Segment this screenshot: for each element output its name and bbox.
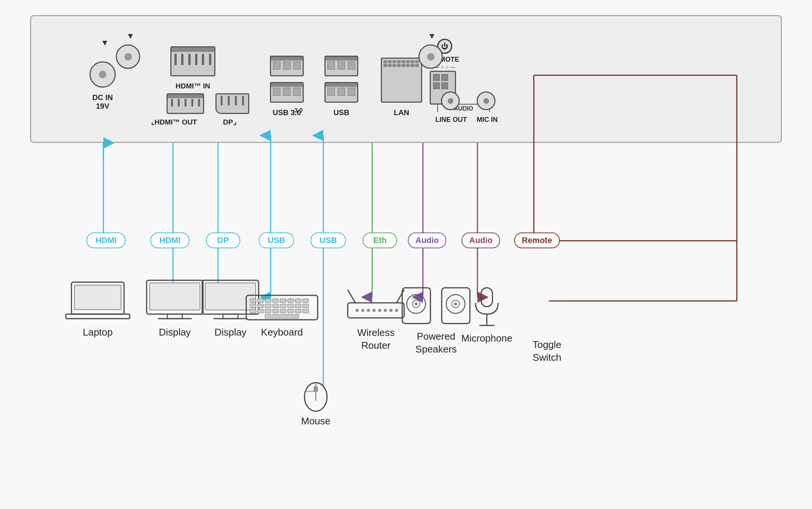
svg-rect-64 — [288, 309, 294, 313]
hdmi-in-port — [170, 46, 215, 76]
badge-usb2: USB — [311, 232, 346, 248]
microphone-icon — [472, 286, 502, 331]
svg-line-73 — [348, 290, 355, 303]
dcin-arrow: ▼ — [101, 38, 109, 48]
svg-point-80 — [384, 309, 387, 312]
microphone-device: Microphone — [457, 286, 517, 344]
hdmi-out-port — [167, 93, 204, 114]
svg-rect-36 — [167, 314, 182, 319]
device-panel: ▼ DC IN19V HDMI™ IN — [30, 15, 782, 143]
antenna-arrow2: ▼ — [428, 31, 436, 41]
usb-port-bot — [324, 82, 358, 103]
badge-remote: Remote — [514, 232, 560, 248]
svg-point-75 — [356, 309, 359, 312]
keyboard-icon — [244, 293, 320, 324]
mouse-icon — [301, 372, 331, 414]
dp-port — [215, 93, 249, 114]
usb30-port-bot — [270, 82, 304, 103]
microphone-label: Microphone — [457, 333, 517, 344]
badge-audio1: Audio — [408, 232, 446, 248]
svg-point-79 — [378, 309, 381, 312]
svg-rect-71 — [314, 386, 318, 392]
toggle-switch-label: ToggleSwitch — [509, 339, 585, 364]
laptop-icon — [64, 278, 132, 324]
dp-label: DP⌟ — [211, 118, 248, 126]
svg-rect-59 — [250, 309, 256, 313]
lan-label: LAN — [381, 108, 422, 117]
lineout-label: LINE OUT — [434, 116, 468, 124]
svg-point-77 — [367, 309, 370, 312]
svg-point-78 — [373, 309, 376, 312]
svg-rect-55 — [280, 304, 286, 308]
badge-dp: DP — [206, 232, 240, 248]
lineout-port — [441, 91, 460, 110]
svg-point-76 — [361, 309, 364, 312]
svg-point-82 — [395, 309, 398, 312]
lan-port — [381, 58, 422, 103]
svg-rect-53 — [265, 304, 271, 308]
badge-usb1: USB — [259, 232, 294, 248]
svg-rect-45 — [265, 299, 271, 302]
svg-rect-43 — [250, 299, 256, 302]
badge-hdmi2: HDMI — [150, 232, 189, 248]
dcin-port — [89, 61, 116, 88]
svg-rect-91 — [481, 288, 492, 307]
svg-rect-63 — [280, 309, 286, 313]
dcin-label: DC IN19V — [80, 93, 125, 111]
antenna-port2 — [418, 44, 443, 69]
usb-label: USB — [317, 108, 366, 117]
badge-audio2: Audio — [462, 232, 500, 248]
svg-rect-48 — [288, 299, 294, 302]
svg-rect-40 — [223, 314, 238, 319]
svg-rect-57 — [295, 304, 301, 308]
usb-port-top — [324, 56, 358, 76]
svg-rect-50 — [303, 299, 309, 302]
svg-rect-51 — [250, 304, 256, 308]
usb30-port-top — [270, 56, 304, 76]
micin-port — [477, 91, 495, 110]
svg-rect-67 — [265, 315, 299, 318]
laptop-label: Laptop — [60, 327, 135, 338]
micin-label: MIC IN — [470, 116, 504, 124]
svg-rect-32 — [74, 285, 121, 310]
laptop-device: Laptop — [60, 278, 135, 338]
svg-rect-62 — [273, 309, 279, 313]
antenna-arrow1: ▼ — [126, 31, 135, 41]
svg-rect-49 — [295, 299, 301, 302]
badge-eth: Eth — [363, 232, 397, 248]
hdmi-out-label: ⌞HDMI™ OUT — [148, 118, 200, 126]
usb30-indicator: 3.0 — [294, 107, 303, 114]
main-container: ▼ DC IN19V HDMI™ IN — [0, 0, 812, 509]
svg-rect-33 — [66, 314, 130, 319]
antenna-port1 — [116, 44, 140, 69]
svg-rect-66 — [303, 309, 309, 313]
usb30-label: USB 3.0 — [262, 108, 311, 117]
toggle-switch-device: ToggleSwitch — [509, 293, 585, 364]
svg-rect-46 — [273, 299, 279, 302]
mouse-label: Mouse — [286, 415, 346, 427]
svg-point-81 — [389, 309, 392, 312]
svg-rect-56 — [288, 304, 294, 308]
svg-rect-35 — [150, 283, 200, 310]
svg-rect-52 — [258, 304, 264, 308]
svg-rect-65 — [295, 309, 301, 313]
svg-rect-61 — [265, 309, 271, 313]
svg-rect-58 — [303, 304, 309, 308]
svg-rect-60 — [258, 309, 264, 313]
keyboard-device: Keyboard — [244, 293, 320, 338]
svg-rect-54 — [273, 304, 279, 308]
svg-rect-44 — [258, 299, 264, 302]
badge-hdmi1: HDMI — [86, 232, 126, 248]
hdmi-in-label: HDMI™ IN — [165, 82, 221, 90]
keyboard-label: Keyboard — [244, 327, 320, 338]
svg-point-86 — [415, 302, 418, 305]
mouse-device: Mouse — [286, 372, 346, 427]
svg-rect-47 — [280, 299, 286, 302]
